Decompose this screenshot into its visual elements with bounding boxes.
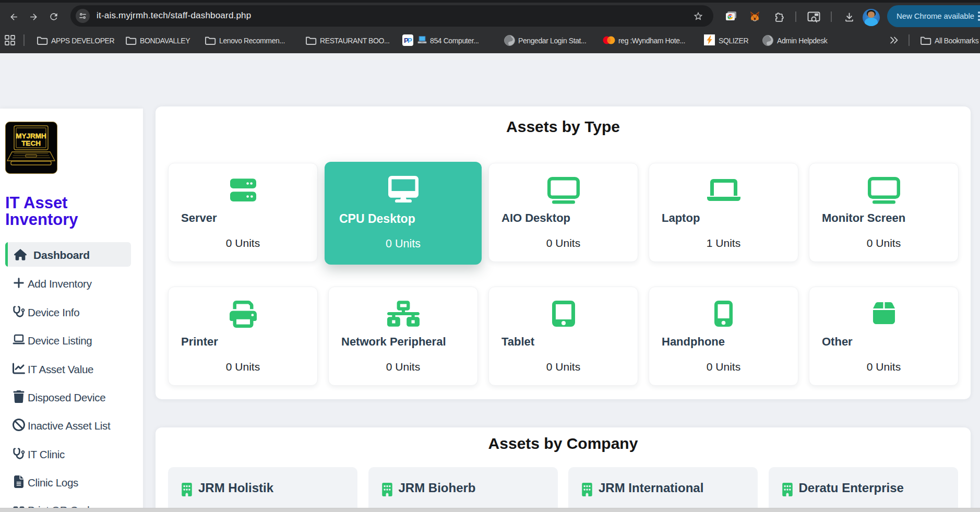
- svg-text:P: P: [408, 37, 412, 44]
- svg-text:MYJRMH: MYJRMH: [16, 132, 46, 140]
- svg-text:TECH: TECH: [21, 139, 41, 147]
